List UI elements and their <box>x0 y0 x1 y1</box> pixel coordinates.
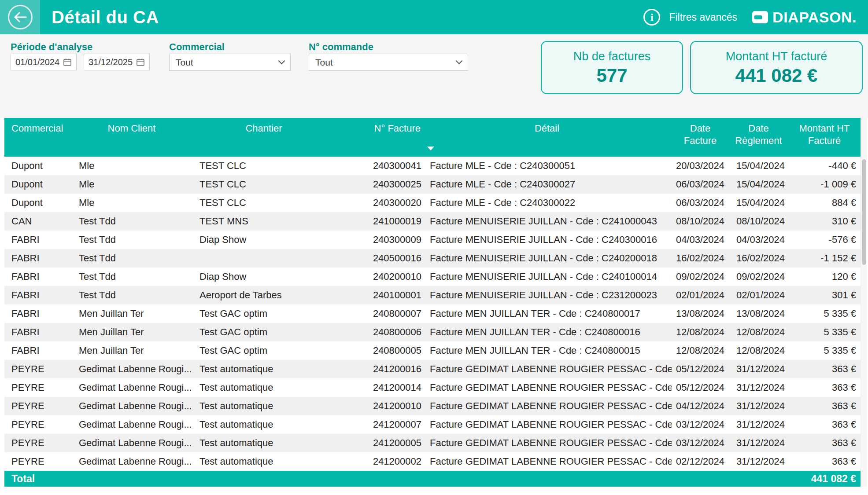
sort-indicator-icon[interactable] <box>427 147 434 150</box>
invoice-table: Commercial Nom Client Chantier N° Factur… <box>4 118 861 487</box>
column-header-nom-client[interactable]: Nom Client <box>73 118 191 157</box>
cell-commercial: Dupont <box>4 179 73 190</box>
cell-commercial: FABRI <box>4 290 73 301</box>
cell-montant: -576 € <box>788 234 861 246</box>
cell-date-facture: 03/12/2024 <box>672 437 729 449</box>
column-header-num-facture[interactable]: N° Facture <box>337 118 422 157</box>
column-header-commercial[interactable]: Commercial <box>4 118 73 157</box>
table-row: PEYRE Gedimat Labenne Rougi... Test auto… <box>4 378 861 397</box>
cell-detail: Facture GEDIMAT LABENNE ROUGIER PESSAC -… <box>422 419 672 430</box>
chevron-down-icon <box>278 58 285 65</box>
cell-detail: Facture GEDIMAT LABENNE ROUGIER PESSAC -… <box>422 437 672 449</box>
cell-date-facture: 05/12/2024 <box>672 363 729 375</box>
info-icon[interactable]: i <box>643 9 660 26</box>
column-header-date-reglement[interactable]: Date Règlement <box>729 118 788 157</box>
cell-detail: Facture MENUISERIE JUILLAN - Cde : C2402… <box>422 253 672 264</box>
cell-nom-client: Test Tdd <box>73 216 191 227</box>
column-header-chantier[interactable]: Chantier <box>191 118 337 157</box>
cell-date-facture: 16/02/2024 <box>672 253 729 264</box>
cell-date-reglement: 31/12/2024 <box>729 437 788 449</box>
cell-detail: Facture MLE - Cde : C240300022 <box>422 197 672 209</box>
commande-dropdown-value: Tout <box>315 57 333 68</box>
column-header-montant[interactable]: Montant HT Facturé <box>788 118 861 157</box>
back-button[interactable] <box>0 0 40 34</box>
cell-date-facture: 03/12/2024 <box>672 419 729 430</box>
cell-date-reglement: 31/12/2024 <box>729 456 788 467</box>
table-row: FABRI Men Juillan Ter Test GAC optim 240… <box>4 304 861 323</box>
cell-num-facture: 240800006 <box>337 326 422 338</box>
table-header: Commercial Nom Client Chantier N° Factur… <box>4 118 861 157</box>
cell-nom-client: Gedimat Labenne Rougi... <box>73 382 191 393</box>
table-row: CAN Test Tdd TEST MNS 241000019 Facture … <box>4 212 861 231</box>
cell-detail: Facture GEDIMAT LABENNE ROUGIER PESSAC -… <box>422 456 672 467</box>
cell-nom-client: Test Tdd <box>73 234 191 246</box>
commercial-dropdown[interactable]: Tout <box>169 54 291 71</box>
cell-montant: 884 € <box>788 197 861 209</box>
cell-num-facture: 240300009 <box>337 234 422 246</box>
table-row: FABRI Test Tdd Aeroport de Tarbes 240100… <box>4 286 861 304</box>
date-end-value: 31/12/2025 <box>89 57 133 67</box>
back-arrow-icon <box>8 5 33 29</box>
cell-detail: Facture MLE - Cde : C240300051 <box>422 160 672 172</box>
cell-date-reglement: 09/02/2024 <box>729 271 788 282</box>
cell-nom-client: Mle <box>73 160 191 172</box>
cell-commercial: PEYRE <box>4 437 73 449</box>
calendar-icon[interactable] <box>63 58 72 66</box>
cell-montant: -1 009 € <box>788 179 861 190</box>
column-header-date-facture[interactable]: Date Facture <box>672 118 729 157</box>
date-end-input[interactable]: 31/12/2025 <box>84 54 150 70</box>
table-row: PEYRE Gedimat Labenne Rougi... Test auto… <box>4 415 861 434</box>
cell-commercial: PEYRE <box>4 382 73 393</box>
table-row: FABRI Test Tdd Diap Show 240300009 Factu… <box>4 231 861 249</box>
kpi-amount-label: Montant HT facturé <box>691 50 862 63</box>
diapason-logo-text: DIAPASON. <box>772 9 857 26</box>
date-start-value: 01/01/2024 <box>15 57 59 67</box>
cell-chantier: Diap Show <box>191 271 337 282</box>
cell-nom-client: Gedimat Labenne Rougi... <box>73 400 191 412</box>
date-start-input[interactable]: 01/01/2024 <box>11 54 77 70</box>
commande-dropdown[interactable]: Tout <box>309 54 468 71</box>
table-row: Dupont Mle TEST CLC 240300025 Facture ML… <box>4 175 861 194</box>
column-header-detail[interactable]: Détail <box>422 118 672 157</box>
cell-date-facture: 12/08/2024 <box>672 326 729 338</box>
cell-montant: -440 € <box>788 160 861 172</box>
app-header: Détail du CA i Filtres avancés DIAPASON. <box>0 0 868 34</box>
cell-chantier: Test automatique <box>191 419 337 430</box>
cell-nom-client: Gedimat Labenne Rougi... <box>73 437 191 449</box>
cell-date-facture: 13/08/2024 <box>672 308 729 319</box>
cell-detail: Facture GEDIMAT LABENNE ROUGIER PESSAC -… <box>422 382 672 393</box>
cell-num-facture: 240300020 <box>337 197 422 209</box>
cell-chantier: Test automatique <box>191 363 337 375</box>
cell-date-facture: 02/12/2024 <box>672 456 729 467</box>
cell-date-facture: 04/03/2024 <box>672 234 729 246</box>
cell-detail: Facture GEDIMAT LABENNE ROUGIER PESSAC -… <box>422 363 672 375</box>
cell-num-facture: 240200010 <box>337 271 422 282</box>
vertical-scrollbar[interactable] <box>861 118 867 487</box>
scrollbar-thumb[interactable] <box>862 159 866 265</box>
cell-num-facture: 240300025 <box>337 179 422 190</box>
cell-date-reglement: 15/04/2024 <box>729 160 788 172</box>
kpi-card-invoice-count: Nb de factures 577 <box>541 41 683 94</box>
cell-chantier: TEST CLC <box>191 179 337 190</box>
cell-num-facture: 241200014 <box>337 382 422 393</box>
cell-num-facture: 240300041 <box>337 160 422 172</box>
kpi-amount-value: 441 082 € <box>691 65 862 86</box>
date-range: 01/01/2024 31/12/2025 <box>11 54 150 70</box>
cell-date-facture: 12/08/2024 <box>672 345 729 356</box>
cell-date-facture: 06/03/2024 <box>672 179 729 190</box>
advanced-filters-button[interactable]: Filtres avancés <box>669 11 737 23</box>
cell-chantier: TEST MNS <box>191 216 337 227</box>
table-row: PEYRE Gedimat Labenne Rougi... Test auto… <box>4 452 861 471</box>
cell-nom-client: Mle <box>73 179 191 190</box>
cell-commercial: PEYRE <box>4 400 73 412</box>
cell-date-facture: 05/12/2024 <box>672 382 729 393</box>
cell-commercial: PEYRE <box>4 363 73 375</box>
cell-detail: Facture MENUISERIE JUILLAN - Cde : C2312… <box>422 290 672 301</box>
cell-date-reglement: 04/03/2024 <box>729 234 788 246</box>
calendar-icon[interactable] <box>136 58 145 66</box>
cell-chantier: TEST CLC <box>191 160 337 172</box>
table-row: FABRI Men Juillan Ter Test GAC optim 240… <box>4 341 861 360</box>
table-row: PEYRE Gedimat Labenne Rougi... Test auto… <box>4 434 861 452</box>
periode-label: Période d'analyse <box>11 41 92 53</box>
cell-detail: Facture GEDIMAT LABENNE ROUGIER PESSAC -… <box>422 400 672 412</box>
